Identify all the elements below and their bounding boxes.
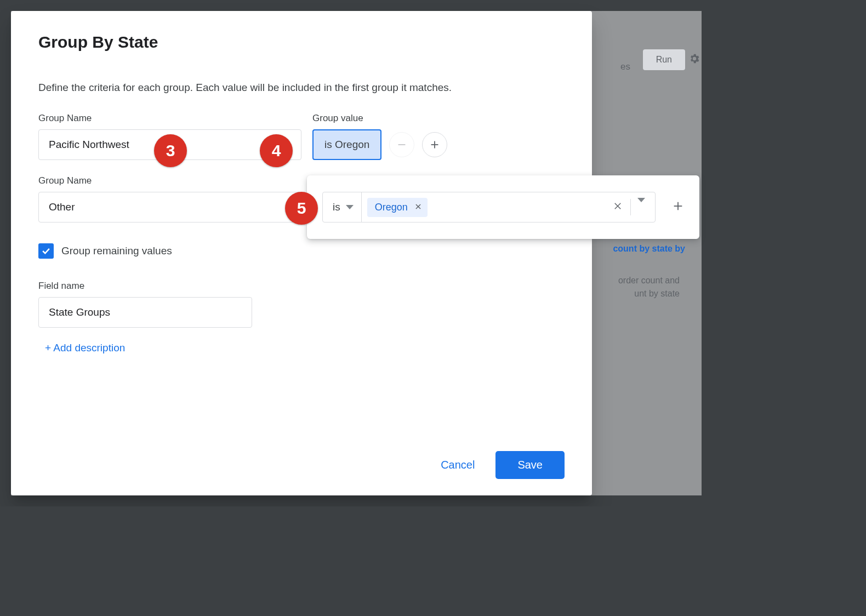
modal-description: Define the criteria for each group. Each… xyxy=(38,82,565,94)
remove-value-button xyxy=(389,132,414,157)
filter-tags[interactable]: Oregon xyxy=(362,192,602,222)
annotation-3: 3 xyxy=(154,134,187,167)
add-value-button[interactable] xyxy=(422,132,447,157)
divider xyxy=(630,199,631,215)
group-value-row: is Oregon xyxy=(312,129,447,160)
field-name-input[interactable] xyxy=(38,297,252,328)
group-remaining-label: Group remaining values xyxy=(61,245,172,257)
remove-tag-icon[interactable] xyxy=(414,202,422,213)
filter-operator-select[interactable]: is xyxy=(323,192,362,222)
field-name-section: Field name xyxy=(38,281,565,328)
annotation-4: 4 xyxy=(260,134,293,167)
add-description-link[interactable]: + Add description xyxy=(45,342,565,354)
add-filter-button[interactable] xyxy=(672,198,684,216)
bg-text-es: es xyxy=(620,61,630,72)
group-by-modal: Group By State Define the criteria for e… xyxy=(11,11,592,495)
chevron-down-icon xyxy=(637,198,645,212)
run-button[interactable]: Run xyxy=(643,49,685,70)
group-value-chip[interactable]: is Oregon xyxy=(312,129,381,160)
filter-more-dropdown[interactable] xyxy=(633,202,650,212)
annotation-5: 5 xyxy=(285,192,318,225)
filter-popover: is Oregon xyxy=(307,175,699,239)
filter-box: is Oregon xyxy=(322,192,656,223)
group-name-label-2: Group Name xyxy=(38,175,312,186)
filter-operator-text: is xyxy=(333,201,340,213)
group-name-label: Group Name xyxy=(38,113,312,124)
group-remaining-checkbox[interactable] xyxy=(38,243,54,259)
filter-end-controls xyxy=(602,192,655,222)
gear-icon[interactable] xyxy=(688,53,700,67)
modal-title: Group By State xyxy=(38,33,565,52)
filter-tag-label: Oregon xyxy=(375,202,408,213)
bg-link-fragment: count by state by xyxy=(613,244,685,254)
save-button[interactable]: Save xyxy=(495,451,565,479)
modal-footer: Cancel Save xyxy=(38,440,565,479)
clear-filter-icon[interactable] xyxy=(607,200,628,214)
filter-tag-oregon: Oregon xyxy=(367,198,428,217)
bg-text-fragment: order count and unt by state xyxy=(618,274,680,300)
group-value-label: Group value xyxy=(312,113,447,124)
group-remaining-row: Group remaining values xyxy=(38,243,565,259)
chevron-down-icon xyxy=(346,205,354,209)
cancel-button[interactable]: Cancel xyxy=(441,459,475,471)
group-1: Group Name Group value is Oregon xyxy=(38,113,565,160)
group-name-input-2[interactable] xyxy=(38,192,301,223)
field-name-label: Field name xyxy=(38,281,565,292)
